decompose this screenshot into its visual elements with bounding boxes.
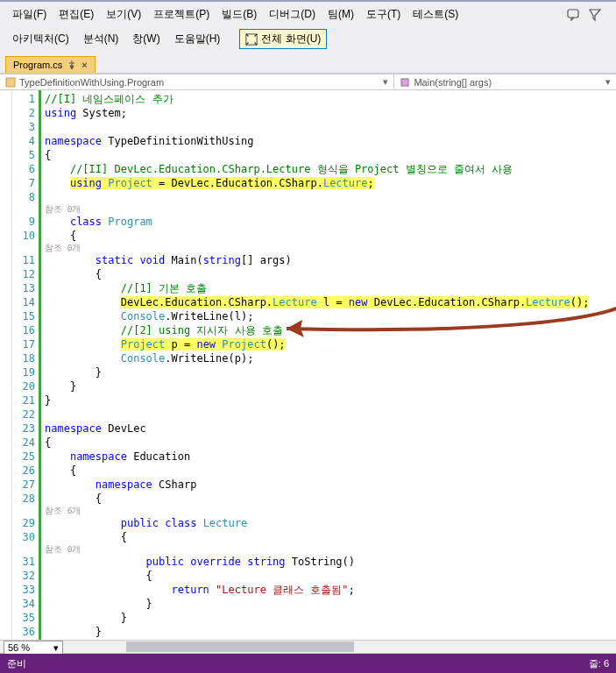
menu-debug[interactable]: 디버그(D) — [264, 5, 321, 24]
fullscreen-button[interactable]: 전체 화면(U) — [239, 29, 327, 49]
menu-bar: 파일(F) 편집(E) 보기(V) 프로젝트(P) 빌드(B) 디버그(D) 팀… — [0, 2, 616, 27]
menu-bar-row2: 아키텍처(C) 분석(N) 창(W) 도움말(H) 전체 화면(U) — [0, 27, 616, 53]
menu-architecture[interactable]: 아키텍처(C) — [7, 30, 74, 48]
feedback-icon[interactable] — [567, 8, 581, 22]
line-numbers: 12345678 910 111213141516171819202122232… — [12, 90, 39, 640]
status-ready: 준비 — [7, 657, 26, 670]
scrollbar-thumb[interactable] — [126, 641, 354, 652]
svg-rect-3 — [401, 79, 408, 86]
menu-build[interactable]: 빌드(B) — [216, 5, 262, 24]
type-selector[interactable]: TypeDefinitionWithUsing.Program ▾ — [0, 74, 394, 89]
zoom-selector[interactable]: 56 % ▾ — [4, 641, 63, 655]
pin-icon[interactable] — [67, 60, 76, 69]
menu-tools[interactable]: 도구(T) — [361, 5, 406, 24]
chevron-down-icon: ▾ — [605, 76, 611, 88]
menu-file[interactable]: 파일(F) — [7, 5, 52, 24]
menu-test[interactable]: 테스트(S) — [407, 5, 464, 24]
menu-team[interactable]: 팀(M) — [322, 5, 359, 24]
method-icon — [400, 77, 410, 88]
close-icon[interactable]: × — [81, 60, 87, 70]
tab-program-cs[interactable]: Program.cs × — [5, 56, 96, 73]
menu-window[interactable]: 창(W) — [127, 30, 165, 48]
chevron-down-icon: ▾ — [53, 642, 59, 654]
status-column: 줄: 6 — [589, 657, 609, 670]
tab-title: Program.cs — [13, 60, 62, 70]
chevron-down-icon: ▾ — [383, 76, 388, 88]
code-content[interactable]: //[I] 네임스페이스 추가 using System; namespace … — [39, 90, 616, 640]
tab-strip: Program.cs × — [0, 53, 616, 74]
code-editor[interactable]: 12345678 910 111213141516171819202122232… — [0, 90, 616, 640]
menu-analyze[interactable]: 분석(N) — [78, 30, 124, 48]
fullscreen-icon — [245, 33, 258, 46]
quicklaunch-icon[interactable] — [588, 8, 602, 22]
menu-help[interactable]: 도움말(H) — [169, 30, 226, 48]
class-icon — [5, 77, 16, 88]
svg-rect-0 — [568, 10, 578, 18]
horizontal-scrollbar[interactable]: 56 % ▾ — [0, 640, 616, 654]
fullscreen-label: 전체 화면(U) — [261, 32, 321, 46]
menu-edit[interactable]: 편집(E) — [53, 5, 99, 24]
navigation-bar: TypeDefinitionWithUsing.Program ▾ Main(s… — [0, 74, 616, 90]
outline-gutter — [0, 90, 12, 640]
svg-rect-2 — [6, 78, 15, 87]
menu-view[interactable]: 보기(V) — [101, 5, 146, 24]
titlebar-icons — [567, 8, 609, 22]
member-selector[interactable]: Main(string[] args) ▾ — [394, 74, 616, 89]
status-bar: 준비 줄: 6 — [0, 654, 616, 673]
menu-project[interactable]: 프로젝트(P) — [148, 5, 215, 24]
